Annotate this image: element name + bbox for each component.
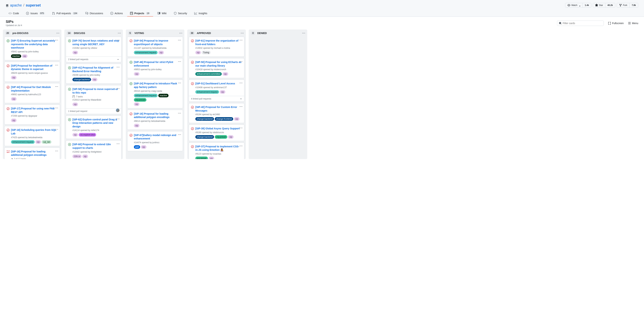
card-title[interactable]: [SIP-16] Proposal for loading additional… [11,150,58,157]
card-sip37[interactable]: [SIP-37] Proposal to implement CSS-in-JS… [189,142,244,159]
card-menu-button[interactable] [116,142,120,145]
repo-owner-link[interactable]: apache [10,3,22,7]
card-title[interactable]: [SIP-54] Proposal to improve export/impo… [134,39,180,46]
card-author[interactable]: amitmiran137 [214,86,227,89]
label-sip[interactable]: sip [134,124,140,127]
card-title[interactable]: [SIP-67]Gallery modal redesign and enhan… [134,133,180,140]
column-menu-button[interactable] [56,32,59,35]
card-menu-button[interactable] [178,112,181,115]
card-sip7[interactable]: [SIP-7] Ensuring Superset accurately rep… [4,37,60,60]
label-change-backend[interactable]: change:backend [195,117,214,121]
label-i18n-ui[interactable]: i18n:ui [72,154,82,158]
card-author[interactable]: mihir174 [91,129,99,131]
card-menu-button[interactable] [240,105,242,108]
label-sip[interactable]: sip [134,102,140,106]
card-title[interactable]: [SIP 44] Proposal for Dart Module implem… [11,85,58,92]
card-title[interactable]: [SIP-46] Proposal for strict Pylint enfo… [134,60,180,67]
card-sip24[interactable]: [SIP-24] Proposal to introduce Flask app… [127,80,183,108]
card-sip51[interactable]: [SIP-51] Dashboard Level Access #10408 o… [189,80,244,102]
card-author[interactable]: betodealmeida [151,120,165,122]
card-author[interactable]: john-bolley [151,68,162,71]
card-sip16-pr[interactable]: [SIP-16] Proposal for loading additional… [4,147,60,159]
card-menu-button[interactable] [55,64,58,67]
card-sip18[interactable]: [SIP-18] Scheduling queries from SQL Lab… [4,126,60,146]
card-menu-button[interactable] [240,60,242,63]
card-sip-dynamic-theme[interactable]: [SIP] Proposal for Implemention of dynam… [4,62,60,82]
card-title[interactable]: [SIP-16] Proposal for loading additional… [134,112,180,119]
card-author[interactable]: rusackas [212,152,221,155]
label-sip[interactable]: sip [134,72,140,76]
card-sip41[interactable]: [SIP-41] Proposal for Alignment of Backe… [66,64,122,84]
card-author[interactable]: betodealmeida [152,47,166,49]
label-sip[interactable]: sip [11,76,16,79]
card-menu-button[interactable] [55,85,58,88]
card-title[interactable]: [SIP-70] Secret keys rotations and stop … [72,39,119,46]
card-menu-button[interactable] [55,106,58,109]
tab-actions[interactable]: Actions [108,11,126,17]
label-inactive[interactable]: inactive [11,54,21,58]
tab-security[interactable]: Security [171,11,190,17]
label-org-preset[interactable]: org:preset [215,135,227,139]
column-menu-button[interactable] [179,32,182,35]
linked-prs-toggle[interactable]: 2 linked pull requests [66,57,121,62]
card-author[interactable]: john-bolley [90,74,100,76]
label-enhancement-request[interactable]: enhancement:request [195,90,219,94]
card-title[interactable]: [SIP-7] Ensuring Superset accurately rep… [11,39,58,50]
tab-code[interactable]: Code [6,11,22,17]
card-menu-button[interactable] [116,39,120,42]
card-title[interactable]: [SIP-40] Proposal for Custom Error Messa… [195,105,242,112]
card-title[interactable]: [SIP-39] Global Async Query Support [195,127,240,130]
watch-count[interactable]: 1.4k [582,3,591,7]
label-sip[interactable]: sip [36,140,41,144]
label-sip[interactable]: sip [208,156,214,159]
label-sip[interactable]: sip [72,51,78,54]
label-sip[interactable]: sip [195,51,201,54]
label-sip[interactable]: sip [220,90,225,94]
card-menu-button[interactable] [55,128,58,131]
assignee-avatar[interactable] [116,108,120,112]
label-sip[interactable]: sip [92,78,98,81]
card-sip54[interactable]: [SIP-54] Proposal to improve export/impo… [127,37,183,57]
card-author[interactable]: dpgaspar [28,115,37,117]
card-sip58[interactable]: [SIP-58] Proposal to move superset-ui to… [66,85,122,114]
card-author[interactable]: betodealmeida [28,136,42,139]
linked-prs-toggle[interactable]: 4 linked pull requests [189,96,244,101]
card-author[interactable]: thelightbird [91,150,102,153]
card-menu-button[interactable] [178,60,181,63]
card-author[interactable]: kalimuthu123 [28,93,41,96]
card-sip17[interactable]: [SIP-17] Proposal for using new FAB REST… [4,105,60,124]
card-sip46[interactable]: [SIP-46] Proposal for strict Pylint enfo… [127,58,183,78]
card-author[interactable]: rasmi-ranjan-guavus [28,72,48,74]
label-sip[interactable]: sip [228,135,234,139]
column-menu-button[interactable] [302,32,305,35]
label-sip[interactable]: sip [22,54,28,58]
card-menu-button[interactable] [55,39,58,42]
label-sip[interactable]: sip [82,154,88,158]
card-title[interactable]: [SIP-37] Proposal to implement CSS-in-JS… [195,145,242,152]
card-title[interactable]: [SIP-60] Proposal to extend i18n support… [72,143,119,150]
card-menu-button[interactable] [116,66,120,69]
card-sip67[interactable]: [SIP-67]Gallery modal redesign and enhan… [127,131,183,151]
card-sip44[interactable]: [SIP 44] Proposal for Dart Module implem… [4,83,60,103]
label-enhancement-committed[interactable]: enhancement:committed [195,72,222,76]
card-menu-button[interactable] [178,82,181,84]
tab-wiki[interactable]: Wiki [154,11,169,17]
tab-issues[interactable]: Issues975 [23,11,48,17]
card-menu-button[interactable] [55,149,58,152]
filter-input[interactable] [557,21,604,26]
fork-count[interactable]: 7.8k [630,3,638,7]
label-enhancement-request[interactable]: enhancement:request [134,94,158,97]
label-sip[interactable]: sip [72,103,78,106]
tab-pulls[interactable]: Pull requests134 [49,11,81,17]
label-inactive[interactable]: inactive [158,94,168,97]
card-menu-button[interactable] [178,39,181,42]
card-author[interactable]: john-bolley [28,50,39,53]
fork-button[interactable]: Fork [617,3,630,7]
label-enhancement-request[interactable]: enhancement:request [11,140,35,144]
card-sip61[interactable]: [SIP-61] Improve the organization of fro… [189,37,244,57]
label-sip[interactable]: sip [222,72,228,76]
card-title[interactable]: [SIP] Proposal for Implemention of dynam… [11,64,58,71]
card-title[interactable]: [SIP-51] Dashboard Level Access [195,82,235,85]
card-author[interactable]: michael-s-molina [214,47,230,49]
label-turing[interactable]: Turing [202,51,210,54]
